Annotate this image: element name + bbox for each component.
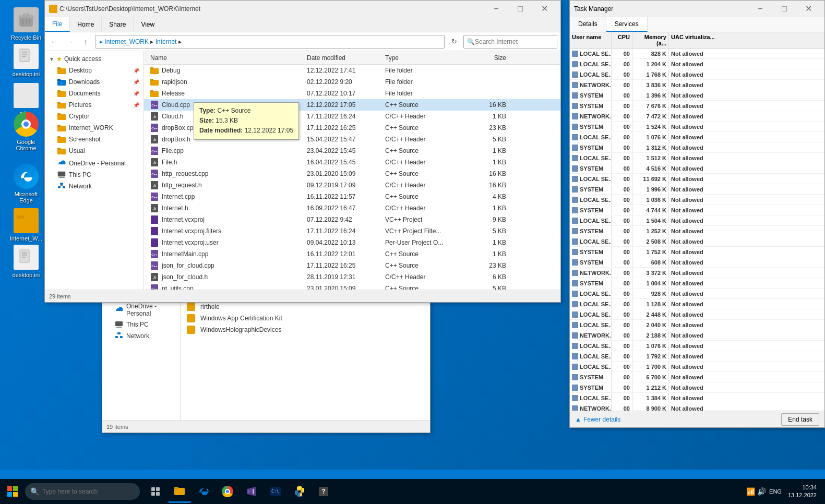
end-task-button[interactable]: End task — [781, 413, 819, 426]
search-box[interactable]: 🔍 — [463, 35, 557, 49]
file-row[interactable]: .h File.h 16.04.2022 15:45 C/C++ Header … — [144, 157, 560, 168]
quick-access-header[interactable]: ▼ ★ Quick access — [45, 53, 144, 65]
tm-row[interactable]: LOCAL SE... 00 1 128 K Not allowed — [570, 299, 824, 309]
file-row[interactable]: .h http_request.h 09.12.2019 17:09 C/C++… — [144, 179, 560, 191]
forward-button[interactable]: → — [64, 35, 76, 48]
path-part-1[interactable]: Internet_WORK — [104, 38, 149, 45]
window2-file-rirthole[interactable]: rirthole — [183, 301, 428, 313]
clock[interactable]: 10:34 13.12.2022 — [785, 484, 820, 500]
taskbar-chrome-button[interactable] — [216, 480, 239, 503]
tm-row[interactable]: LOCAL SE... 00 1 204 K Not allowed — [570, 59, 824, 69]
tab-view[interactable]: View — [134, 17, 162, 32]
tm-row[interactable]: SYSTEM 00 1 524 K Not allowed — [570, 122, 824, 132]
taskbar-task-view-button[interactable] — [144, 480, 167, 503]
file-row[interactable]: C++ Internet.cpp 16.11.2022 11:57 C++ So… — [144, 191, 560, 202]
window2-sidebar-network[interactable]: Network — [102, 330, 180, 342]
tab-file[interactable]: File — [45, 17, 70, 32]
tm-row[interactable]: SYSTEM 00 1 996 K Not allowed — [570, 184, 824, 195]
tm-row[interactable]: LOCAL SE... 00 2 040 K Not allowed — [570, 320, 824, 330]
window2-sidebar-thispc[interactable]: This PC — [102, 319, 180, 330]
sidebar-item-onedrive[interactable]: OneDrive - Personal — [45, 158, 144, 169]
taskbar-search-input[interactable] — [42, 488, 135, 495]
tm-row[interactable]: NETWORK... 00 7 472 K Not allowed — [570, 111, 824, 122]
window2-file-wackit[interactable]: Windows App Certification Kit — [183, 313, 428, 324]
tm-row[interactable]: NETWORK... 00 3 836 K Not allowed — [570, 80, 824, 90]
start-button[interactable] — [0, 479, 25, 504]
tab-home[interactable]: Home — [70, 17, 102, 32]
tm-col-uac-header[interactable]: UAC virtualiza... — [669, 32, 824, 48]
tm-tab-details[interactable]: Details — [570, 17, 606, 32]
col-name-header[interactable]: Name — [148, 54, 305, 62]
tm-row[interactable]: LOCAL SE... 00 11 692 K Not allowed — [570, 174, 824, 184]
file-row[interactable]: C++ json_for_cloud.cpp 17.11.2022 16:25 … — [144, 260, 560, 271]
address-path[interactable]: ▸ Internet_WORK ▸ Internet ▸ — [95, 35, 445, 49]
volume-tray-icon[interactable]: 🔊 — [757, 487, 766, 496]
file-row[interactable]: .h Internet.h 16.09.2022 16:47 C/C++ Hea… — [144, 202, 560, 214]
sidebar-item-documents[interactable]: Documents 📌 — [45, 88, 144, 99]
tm-row[interactable]: SYSTEM 00 1 312 K Not allowed — [570, 142, 824, 153]
sidebar-item-network[interactable]: Network — [45, 181, 144, 192]
maximize-button[interactable]: □ — [508, 1, 532, 17]
tm-row[interactable]: SYSTEM 00 1 252 K Not allowed — [570, 226, 824, 236]
tm-row[interactable]: NETWORK... 00 8 900 K Not allowed — [570, 403, 824, 411]
file-row[interactable]: C++ http_request.cpp 23.01.2020 15:09 C+… — [144, 168, 560, 179]
path-part-2[interactable]: Internet — [156, 38, 177, 45]
col-size-header[interactable]: Size — [467, 54, 508, 62]
file-row[interactable]: Internet.vcxproj 07.12.2022 9:42 VC++ Pr… — [144, 214, 560, 225]
sidebar-item-cryptor[interactable]: Cryptor — [45, 111, 144, 122]
col-date-header[interactable]: Date modified — [305, 54, 383, 62]
file-row[interactable]: rapidjson 02.12.2022 9:20 File folder — [144, 76, 560, 88]
tm-col-username-header[interactable]: User name — [570, 32, 612, 48]
tm-row[interactable]: SYSTEM 00 1 004 K Not allowed — [570, 278, 824, 289]
tm-row[interactable]: LOCAL SE... 00 1 076 K Not allowed — [570, 341, 824, 351]
tm-row[interactable]: LOCAL SE... 00 2 508 K Not allowed — [570, 236, 824, 247]
tm-row[interactable]: SYSTEM 00 1 752 K Not allowed — [570, 247, 824, 257]
refresh-button[interactable]: ↻ — [448, 35, 460, 48]
tm-row[interactable]: SYSTEM 00 6 700 K Not allowed — [570, 372, 824, 382]
tm-row[interactable]: LOCAL SE... 00 1 700 K Not allowed — [570, 362, 824, 372]
tm-row[interactable]: NETWORK... 00 2 188 K Not allowed — [570, 330, 824, 341]
tm-row[interactable]: LOCAL SE... 00 1 036 K Not allowed — [570, 195, 824, 205]
tm-row[interactable]: LOCAL SE... 00 1 512 K Not allowed — [570, 153, 824, 163]
internet-w-folder-icon[interactable]: Internet_W... — [5, 206, 47, 244]
chrome-icon[interactable]: Google Chrome — [5, 110, 47, 153]
file-row[interactable]: Release 07.12.2022 10:17 File folder — [144, 88, 560, 99]
tm-row[interactable]: LOCAL SE... 00 1 384 K Not allowed — [570, 393, 824, 403]
tm-row[interactable]: SYSTEM 00 7 676 K Not allowed — [570, 101, 824, 111]
file-row[interactable]: Internet.vcxproj.filters 17.11.2022 16:2… — [144, 225, 560, 237]
sidebar-item-screenshot[interactable]: Screenshot — [45, 134, 144, 145]
tm-row[interactable]: SYSTEM 00 608 K Not allowed — [570, 257, 824, 268]
search-input[interactable] — [475, 38, 554, 45]
desktop-ini-1-icon[interactable]: desktop.ini — [5, 42, 47, 79]
up-button[interactable]: ↑ — [79, 35, 92, 48]
tm-row[interactable]: SYSTEM 00 1 396 K Not allowed — [570, 90, 824, 101]
back-button[interactable]: ← — [48, 35, 61, 48]
tm-minimize-button[interactable]: − — [748, 1, 772, 17]
file-row[interactable]: Internet.vcxproj.user 09.04.2022 10:13 P… — [144, 237, 560, 248]
tm-tab-services[interactable]: Services — [606, 17, 648, 32]
taskbar-unknown-button[interactable]: ? — [312, 480, 335, 503]
tab-share[interactable]: Share — [102, 17, 134, 32]
col-type-header[interactable]: Type — [383, 54, 467, 62]
sidebar-item-desktop[interactable]: Desktop 📌 — [45, 65, 144, 76]
tm-col-cpu-header[interactable]: CPU — [612, 32, 632, 48]
tm-row[interactable]: LOCAL SE... 00 1 792 K Not allowed — [570, 351, 824, 362]
network-tray-icon[interactable]: 📶 — [746, 487, 755, 496]
sidebar-item-downloads[interactable]: ↓ Downloads 📌 — [45, 76, 144, 88]
file-row[interactable]: C++ File.cpp 23.04.2022 15:45 C++ Source… — [144, 145, 560, 157]
tm-row[interactable]: SYSTEM 00 4 744 K Not allowed — [570, 205, 824, 215]
sidebar-item-usual[interactable]: Usual — [45, 145, 144, 157]
taskbar-edge-button[interactable] — [192, 480, 215, 503]
taskbar-python-button[interactable] — [288, 480, 311, 503]
sidebar-item-pictures[interactable]: Pictures 📌 — [45, 99, 144, 111]
tm-row[interactable]: LOCAL SE... 00 2 448 K Not allowed — [570, 309, 824, 320]
tm-close-button[interactable]: ✕ — [796, 1, 820, 17]
tm-row[interactable]: LOCAL SE... 00 828 K Not allowed — [570, 49, 824, 59]
taskbar-visual-studio-button[interactable] — [240, 480, 263, 503]
sidebar-item-thispc[interactable]: This PC — [45, 169, 144, 181]
tm-row[interactable]: LOCAL SE... 00 1 076 K Not allowed — [570, 132, 824, 142]
file-row[interactable]: C++ nt_utils.cpp 23.01.2020 15:09 C++ So… — [144, 283, 560, 290]
desktop-ini-2-icon[interactable]: desktop.ini — [5, 243, 47, 280]
sidebar-item-internet-work[interactable]: Internet_WORK — [45, 122, 144, 134]
tm-row[interactable]: SYSTEM 00 4 516 K Not allowed — [570, 163, 824, 174]
